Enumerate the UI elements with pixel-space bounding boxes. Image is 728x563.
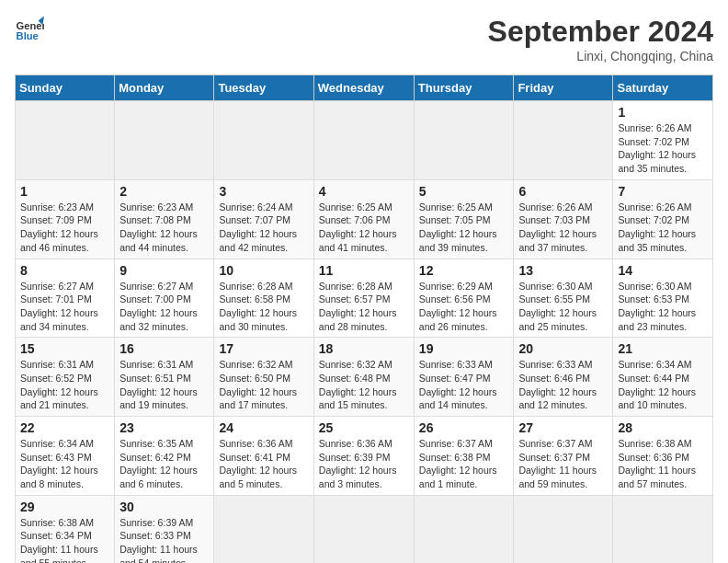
day-info: Sunrise: 6:24 AMSunset: 7:07 PMDaylight:… bbox=[219, 201, 308, 255]
day-info: Sunrise: 6:31 AMSunset: 6:51 PMDaylight:… bbox=[119, 358, 209, 412]
day-number: 13 bbox=[518, 263, 608, 278]
calendar-cell: 21Sunrise: 6:34 AMSunset: 6:44 PMDayligh… bbox=[613, 338, 713, 417]
location: Linxi, Chongqing, China bbox=[488, 49, 713, 63]
calendar-cell bbox=[613, 495, 713, 563]
calendar-cell: 20Sunrise: 6:33 AMSunset: 6:46 PMDayligh… bbox=[514, 338, 613, 417]
day-number: 4 bbox=[319, 184, 409, 199]
day-info: Sunrise: 6:28 AMSunset: 6:58 PMDaylight:… bbox=[219, 280, 308, 334]
calendar-cell bbox=[414, 495, 514, 563]
day-number: 28 bbox=[618, 420, 708, 435]
calendar-cell: 19Sunrise: 6:33 AMSunset: 6:47 PMDayligh… bbox=[414, 338, 514, 417]
day-info: Sunrise: 6:25 AMSunset: 7:05 PMDaylight:… bbox=[419, 201, 509, 255]
day-number: 23 bbox=[119, 420, 209, 435]
col-header-sunday: Sunday bbox=[16, 75, 115, 101]
day-info: Sunrise: 6:38 AMSunset: 6:36 PMDaylight:… bbox=[618, 437, 708, 491]
day-number: 26 bbox=[419, 420, 509, 435]
calendar-week-row: 1Sunrise: 6:23 AMSunset: 7:09 PMDaylight… bbox=[16, 179, 713, 259]
day-info: Sunrise: 6:39 AMSunset: 6:33 PMDaylight:… bbox=[119, 516, 209, 563]
calendar-cell: 11Sunrise: 6:28 AMSunset: 6:57 PMDayligh… bbox=[313, 259, 414, 338]
day-info: Sunrise: 6:34 AMSunset: 6:43 PMDaylight:… bbox=[20, 437, 109, 491]
day-info: Sunrise: 6:37 AMSunset: 6:38 PMDaylight:… bbox=[419, 437, 509, 491]
day-info: Sunrise: 6:27 AMSunset: 7:01 PMDaylight:… bbox=[20, 280, 109, 334]
day-info: Sunrise: 6:33 AMSunset: 6:47 PMDaylight:… bbox=[419, 358, 509, 412]
day-number: 24 bbox=[219, 420, 308, 435]
calendar-week-row: 22Sunrise: 6:34 AMSunset: 6:43 PMDayligh… bbox=[16, 417, 713, 496]
page-header: General Blue September 2024 Linxi, Chong… bbox=[15, 15, 713, 63]
calendar-cell bbox=[115, 101, 214, 180]
day-number: 11 bbox=[319, 263, 409, 278]
col-header-saturday: Saturday bbox=[613, 75, 713, 101]
day-number: 21 bbox=[618, 341, 708, 356]
day-info: Sunrise: 6:23 AMSunset: 7:08 PMDaylight:… bbox=[119, 201, 209, 255]
calendar-cell: 7Sunrise: 6:26 AMSunset: 7:02 PMDaylight… bbox=[613, 179, 713, 259]
calendar-cell: 2Sunrise: 6:23 AMSunset: 7:08 PMDaylight… bbox=[115, 179, 214, 259]
day-info: Sunrise: 6:33 AMSunset: 6:46 PMDaylight:… bbox=[518, 358, 608, 412]
calendar-cell: 14Sunrise: 6:30 AMSunset: 6:53 PMDayligh… bbox=[613, 259, 713, 338]
svg-text:Blue: Blue bbox=[17, 30, 39, 41]
col-header-thursday: Thursday bbox=[414, 75, 514, 101]
calendar-cell bbox=[514, 101, 613, 180]
day-number: 17 bbox=[219, 341, 308, 356]
day-number: 12 bbox=[419, 263, 509, 278]
day-info: Sunrise: 6:38 AMSunset: 6:34 PMDaylight:… bbox=[20, 516, 109, 563]
day-info: Sunrise: 6:36 AMSunset: 6:41 PMDaylight:… bbox=[219, 437, 308, 491]
calendar-cell: 18Sunrise: 6:32 AMSunset: 6:48 PMDayligh… bbox=[313, 338, 414, 417]
calendar-cell: 1Sunrise: 6:23 AMSunset: 7:09 PMDaylight… bbox=[16, 179, 115, 259]
day-number: 2 bbox=[119, 184, 209, 199]
day-number: 16 bbox=[119, 341, 209, 356]
calendar-cell: 28Sunrise: 6:38 AMSunset: 6:36 PMDayligh… bbox=[613, 417, 713, 496]
calendar-cell: 30Sunrise: 6:39 AMSunset: 6:33 PMDayligh… bbox=[115, 495, 214, 563]
calendar-cell: 8Sunrise: 6:27 AMSunset: 7:01 PMDaylight… bbox=[16, 259, 115, 338]
day-number: 29 bbox=[20, 500, 109, 514]
day-number: 1 bbox=[618, 105, 708, 120]
calendar-cell: 1Sunrise: 6:26 AMSunset: 7:02 PMDaylight… bbox=[613, 101, 713, 180]
col-header-wednesday: Wednesday bbox=[313, 75, 414, 101]
calendar-cell: 6Sunrise: 6:26 AMSunset: 7:03 PMDaylight… bbox=[514, 179, 613, 259]
calendar-table: SundayMondayTuesdayWednesdayThursdayFrid… bbox=[15, 75, 713, 563]
day-info: Sunrise: 6:32 AMSunset: 6:48 PMDaylight:… bbox=[319, 358, 409, 412]
day-number: 19 bbox=[419, 341, 509, 356]
col-header-monday: Monday bbox=[115, 75, 214, 101]
calendar-cell: 25Sunrise: 6:36 AMSunset: 6:39 PMDayligh… bbox=[313, 417, 414, 496]
calendar-cell bbox=[514, 495, 613, 563]
calendar-cell: 27Sunrise: 6:37 AMSunset: 6:37 PMDayligh… bbox=[514, 417, 613, 496]
calendar-cell: 23Sunrise: 6:35 AMSunset: 6:42 PMDayligh… bbox=[115, 417, 214, 496]
day-number: 7 bbox=[618, 184, 708, 199]
calendar-cell: 24Sunrise: 6:36 AMSunset: 6:41 PMDayligh… bbox=[214, 417, 313, 496]
day-info: Sunrise: 6:26 AMSunset: 7:03 PMDaylight:… bbox=[518, 201, 608, 255]
calendar-cell bbox=[313, 495, 414, 563]
day-info: Sunrise: 6:34 AMSunset: 6:44 PMDaylight:… bbox=[618, 358, 708, 412]
day-number: 10 bbox=[219, 263, 308, 278]
calendar-cell bbox=[214, 101, 313, 180]
day-info: Sunrise: 6:30 AMSunset: 6:55 PMDaylight:… bbox=[518, 280, 608, 334]
day-info: Sunrise: 6:35 AMSunset: 6:42 PMDaylight:… bbox=[119, 437, 209, 491]
day-info: Sunrise: 6:29 AMSunset: 6:56 PMDaylight:… bbox=[419, 280, 509, 334]
day-info: Sunrise: 6:36 AMSunset: 6:39 PMDaylight:… bbox=[319, 437, 409, 491]
month-title: September 2024 bbox=[488, 15, 713, 49]
col-header-friday: Friday bbox=[514, 75, 613, 101]
day-info: Sunrise: 6:30 AMSunset: 6:53 PMDaylight:… bbox=[618, 280, 708, 334]
day-info: Sunrise: 6:37 AMSunset: 6:37 PMDaylight:… bbox=[518, 437, 608, 491]
calendar-cell: 26Sunrise: 6:37 AMSunset: 6:38 PMDayligh… bbox=[414, 417, 514, 496]
day-info: Sunrise: 6:23 AMSunset: 7:09 PMDaylight:… bbox=[20, 201, 109, 255]
calendar-cell: 9Sunrise: 6:27 AMSunset: 7:00 PMDaylight… bbox=[115, 259, 214, 338]
calendar-cell: 3Sunrise: 6:24 AMSunset: 7:07 PMDaylight… bbox=[214, 179, 313, 259]
day-number: 27 bbox=[518, 420, 608, 435]
calendar-cell: 29Sunrise: 6:38 AMSunset: 6:34 PMDayligh… bbox=[16, 495, 115, 563]
calendar-week-row: 15Sunrise: 6:31 AMSunset: 6:52 PMDayligh… bbox=[16, 338, 713, 417]
day-number: 15 bbox=[20, 341, 109, 356]
calendar-week-row: 29Sunrise: 6:38 AMSunset: 6:34 PMDayligh… bbox=[16, 495, 713, 563]
logo: General Blue bbox=[15, 15, 44, 44]
calendar-cell bbox=[313, 101, 414, 180]
calendar-cell: 10Sunrise: 6:28 AMSunset: 6:58 PMDayligh… bbox=[214, 259, 313, 338]
calendar-cell: 15Sunrise: 6:31 AMSunset: 6:52 PMDayligh… bbox=[16, 338, 115, 417]
day-info: Sunrise: 6:31 AMSunset: 6:52 PMDaylight:… bbox=[20, 358, 109, 412]
day-info: Sunrise: 6:26 AMSunset: 7:02 PMDaylight:… bbox=[618, 201, 708, 255]
day-number: 5 bbox=[419, 184, 509, 199]
day-number: 1 bbox=[20, 184, 109, 199]
day-number: 3 bbox=[219, 184, 308, 199]
day-number: 25 bbox=[319, 420, 409, 435]
col-header-tuesday: Tuesday bbox=[214, 75, 313, 101]
calendar-header-row: SundayMondayTuesdayWednesdayThursdayFrid… bbox=[16, 75, 713, 101]
calendar-cell: 5Sunrise: 6:25 AMSunset: 7:05 PMDaylight… bbox=[414, 179, 514, 259]
